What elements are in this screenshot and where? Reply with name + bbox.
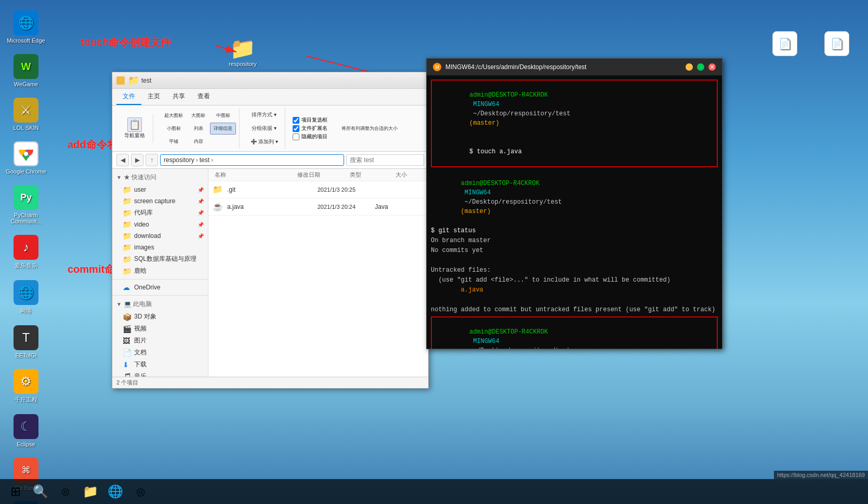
desktop: 🌐 Microsoft Edge W WeGame ⚔ LOL SKIN Goo… <box>0 0 868 504</box>
terminal-titlebar: M MINGW64:/c/Users/admin/Desktop/resposi… <box>427 59 722 75</box>
terminal-title: M MINGW64:/c/Users/admin/Desktop/resposi… <box>433 63 586 71</box>
terminal-blank1 <box>431 256 718 265</box>
terminal-minimize-btn[interactable]: − <box>686 63 693 71</box>
sidebar-divider-2 <box>112 295 208 296</box>
ribbon-btn-smallicon[interactable]: 小图标 <box>161 123 187 135</box>
taskbar: ⊞ 🔍 ◎ 📁 🌐 ◎ <box>0 479 868 504</box>
checkbox-hidden[interactable] <box>293 134 299 140</box>
ribbon-tabs: 文件 主页 共享 查看 <box>112 89 428 105</box>
ribbon-tab-view[interactable]: 查看 <box>191 89 216 105</box>
sidebar-item-onedrive[interactable]: ☁ OneDrive <box>112 282 208 293</box>
explorer-body: ▼ ★ 快速访问 📁 user 📌 📁 screen capture 📌 <box>112 169 428 377</box>
desktop-icon-eetoigi[interactable]: T EEToIGI <box>5 325 47 359</box>
file-explorer-window: 📁 test 文件 主页 共享 查看 📋 导航窗格 <box>112 72 429 389</box>
desktop-icon-eclipse[interactable]: ☾ Eclipse <box>5 414 47 447</box>
sidebar-divider-1 <box>112 279 208 280</box>
sidebar-quick-access: ▼ ★ 快速访问 📁 user 📌 📁 screen capture 📌 <box>112 171 208 277</box>
terminal-line-touch: $ touch a.java <box>432 138 717 166</box>
terminal-line-onbranch1: On branch master <box>431 236 718 245</box>
sidebar-item-videos[interactable]: 🎬 视频 <box>112 323 208 335</box>
terminal-controls: − □ ✕ <box>686 63 716 71</box>
svg-point-1 <box>24 152 28 156</box>
sidebar-item-coderepo[interactable]: 📁 代码库 📌 <box>112 207 208 219</box>
ribbon-tab-file[interactable]: 文件 <box>116 89 141 105</box>
desktop-icon-pycharm[interactable]: Py PyCharm Communit... <box>5 185 47 224</box>
ribbon-btn-largeicon[interactable]: 大图标 <box>188 110 209 122</box>
sidebar-item-music[interactable]: 🎵 音乐 <box>112 370 208 377</box>
taskbar-cortana[interactable]: ◎ <box>54 480 77 503</box>
search-input[interactable] <box>346 154 424 166</box>
sidebar-item-sql[interactable]: 📁 SQL数据库基础与原理 <box>112 253 208 265</box>
sidebar-item-download[interactable]: 📁 download 📌 <box>112 230 208 242</box>
terminal-untracked: Untracked files: <box>431 266 718 275</box>
taskbar-edge[interactable]: 🌐 <box>104 480 127 503</box>
nav-up-btn[interactable]: ↑ <box>146 154 158 166</box>
sidebar-item-video[interactable]: 📁 video 📌 <box>112 219 208 230</box>
checkbox-item-checkbox[interactable] <box>293 117 299 124</box>
file-item-git[interactable]: 📁 .git 2021/1/3 20:25 <box>208 181 428 198</box>
ribbon-btn-content[interactable]: 内容 <box>188 136 209 148</box>
terminal-line-prompt2: admin@DESKTOP-R4CKROK MINGW64 ~/Desktop/… <box>431 169 718 226</box>
nav-back-btn[interactable]: ◀ <box>116 154 129 166</box>
terminal-line-prompt3: admin@DESKTOP-R4CKROK MINGW64 ~/Desktop/… <box>432 318 717 349</box>
ribbon-btn-list[interactable]: 列表 <box>188 123 209 135</box>
mingw-icon: M <box>433 63 441 71</box>
sidebar-item-downloads[interactable]: ⬇ 下载 <box>112 359 208 370</box>
desktop-icon-music[interactable]: ♪ 爱乐音乐 <box>5 235 47 270</box>
ribbon-btn-sortby[interactable]: 排序方式 ▾ <box>247 109 282 121</box>
terminal-close-btn[interactable]: ✕ <box>708 63 716 71</box>
desktop-icon-wegame[interactable]: W WeGame <box>5 54 47 87</box>
annotation-touch: touch命令创建文件 <box>81 35 171 49</box>
sidebar-item-3d[interactable]: 📦 3D 对象 <box>112 311 208 323</box>
sidebar-quick-access-header[interactable]: ▼ ★ 快速访问 <box>112 171 208 184</box>
ribbon-btn-groupby[interactable]: 分组依据 ▾ <box>247 122 282 135</box>
sidebar-item-screencapture[interactable]: 📁 screen capture 📌 <box>112 195 208 207</box>
ribbon-btn-supericon[interactable]: 超大图标 <box>161 110 187 122</box>
desktop-icon-edge[interactable]: 🌐 Microsoft Edge <box>5 10 47 44</box>
ribbon-btn-nav[interactable]: 📋 导航窗格 <box>121 115 149 142</box>
nav-forward-btn[interactable]: ▶ <box>131 154 143 166</box>
terminal-touch-section: admin@DESKTOP-R4CKROK MINGW64 ~/Desktop/… <box>431 79 718 167</box>
sidebar-thispc-header[interactable]: ▼ 💻 此电脑 <box>112 298 208 311</box>
ribbon-btn-tile[interactable]: 平铺 <box>161 136 187 148</box>
taskbar-files[interactable]: 📁 <box>79 480 102 503</box>
explorer-title-icon <box>116 76 125 85</box>
sidebar-item-images[interactable]: 📁 images <box>112 242 208 253</box>
terminal-add-section: admin@DESKTOP-R4CKROK MINGW64 ~/Desktop/… <box>431 316 718 349</box>
desktop-icons-right: 📄 📄 <box>764 31 858 58</box>
terminal-ajava-untracked: a.java <box>431 285 718 295</box>
sidebar-item-docs[interactable]: 📄 文档 <box>112 347 208 359</box>
taskbar-search[interactable]: 🔍 <box>29 480 52 503</box>
ribbon-btn-medicon[interactable]: 中图标 <box>210 110 236 122</box>
taskbar-chrome[interactable]: ◎ <box>129 480 152 503</box>
nav-path-bar[interactable]: respository › test › <box>160 154 344 166</box>
desktop-icon-doc1[interactable]: 📄 <box>764 31 806 58</box>
terminal-line-gitstatus1: $ git status <box>431 226 718 235</box>
desktop-icon-qianjia[interactable]: ⚙ 千斤工程 <box>5 369 47 404</box>
terminal-untracked-hint: (use "git add <file>..." to include in w… <box>431 275 718 285</box>
nav-bar: ◀ ▶ ↑ respository › test › <box>112 152 428 169</box>
ribbon-btn-detail[interactable]: 详细信息 <box>210 123 236 135</box>
checkbox-file-ext[interactable] <box>293 125 299 132</box>
terminal-nothing-added: nothing added to commit but untracked fi… <box>431 305 718 314</box>
desktop-icons-left: 🌐 Microsoft Edge W WeGame ⚔ LOL SKIN Goo… <box>0 0 52 504</box>
ribbon-btn-addcol[interactable]: ➕ 添加列 ▾ <box>247 136 282 148</box>
desktop-icon-network[interactable]: 🌐 网络 <box>5 280 47 315</box>
ribbon-btn-fitcol[interactable]: 将所有列调整为合适的大小 <box>338 123 401 135</box>
repo-folder-icon[interactable]: 📁 respository <box>229 36 257 67</box>
ribbon-tab-home[interactable]: 主页 <box>141 89 166 105</box>
ribbon-content: 📋 导航窗格 超大图标 大图标 中图标 小图标 列表 详细信息 平铺 内容 <box>112 105 428 152</box>
ribbon-tab-share[interactable]: 共享 <box>166 89 191 105</box>
file-list-header: 名称 修改日期 类型 大小 <box>208 169 428 181</box>
taskbar-start[interactable]: ⊞ <box>4 480 27 503</box>
desktop-icon-lol[interactable]: ⚔ LOL SKIN <box>5 98 47 131</box>
file-item-ajava[interactable]: ☕ a.java 2021/1/3 20:24 Java <box>208 198 428 216</box>
terminal-line-nocommits1: No commits yet <box>431 246 718 255</box>
terminal-maximize-btn[interactable]: □ <box>697 63 704 71</box>
sidebar-item-user[interactable]: 📁 user 📌 <box>112 184 208 195</box>
sidebar-item-pictures[interactable]: 🖼 图片 <box>112 335 208 347</box>
sidebar-thispc-section: ▼ 💻 此电脑 📦 3D 对象 🎬 视频 🖼 图片 <box>112 298 208 377</box>
desktop-icon-doc2[interactable]: 📄 <box>816 31 858 58</box>
sidebar-item-luhan[interactable]: 📁 鹿晗 <box>112 265 208 277</box>
desktop-icon-chrome[interactable]: Google Chrome <box>5 141 47 175</box>
